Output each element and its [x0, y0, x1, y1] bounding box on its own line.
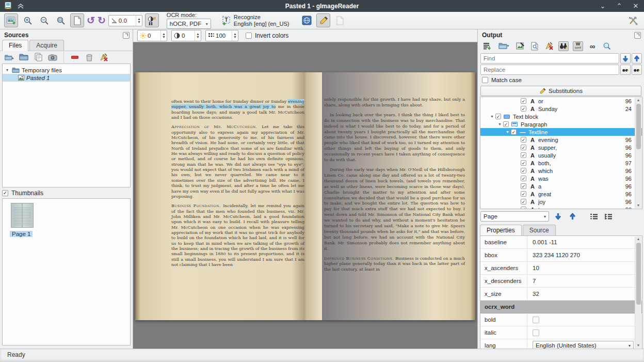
item-checkbox[interactable]: ✓: [521, 152, 526, 158]
save-output-button[interactable]: ▾: [496, 41, 511, 51]
paste-button[interactable]: [33, 52, 43, 62]
replace-all-button[interactable]: [632, 65, 642, 75]
hocr-tree-row[interactable]: ✓Aor96: [480, 97, 642, 105]
hocr-tree-row[interactable]: ✓Ajoy96: [480, 198, 642, 206]
substitutions-button[interactable]: Substitutions: [480, 86, 641, 96]
hocr-tree-row[interactable]: ✓ASunday24: [480, 105, 642, 113]
rotation-spinbox[interactable]: 0.0 ▲▼: [108, 15, 142, 26]
confidence-toggle-button[interactable]: W conf: [573, 41, 583, 51]
brightness-spin-arrows[interactable]: ▲▼: [160, 30, 166, 41]
item-checkbox[interactable]: ✓: [495, 114, 501, 119]
rotate-left-button[interactable]: ↺: [87, 15, 95, 25]
maximize-button[interactable]: ⌃: [615, 2, 623, 10]
output-pane-toggle-button[interactable]: [316, 13, 330, 27]
previous-item-button[interactable]: [567, 212, 578, 221]
hocr-tree-row[interactable]: ✓Awas96: [480, 175, 642, 182]
contrast-spin-arrows[interactable]: ▲▼: [195, 30, 200, 41]
expander-icon[interactable]: ▾: [5, 68, 10, 72]
open-hocr-button[interactable]: [482, 41, 492, 51]
hocr-tree-row[interactable]: ▾✓Paragraph: [480, 120, 642, 128]
settings-button[interactable]: [626, 13, 640, 27]
find-replace-toggle-button[interactable]: [558, 41, 569, 51]
tab-acquire[interactable]: Acquire: [29, 40, 64, 51]
ocr-mode-select[interactable]: hOCR, PDF ▾: [167, 19, 211, 29]
zoom-out-button[interactable]: [37, 13, 51, 27]
invert-colors-checkbox[interactable]: ✓: [246, 33, 252, 39]
language-menu-button[interactable]: [300, 13, 314, 27]
replace-input[interactable]: [480, 65, 619, 75]
item-checkbox[interactable]: ✓: [521, 176, 526, 181]
find-prev-button[interactable]: [632, 53, 642, 64]
delete-source-button[interactable]: [84, 52, 94, 62]
clear-output-button[interactable]: [544, 41, 554, 51]
hocr-tree-row[interactable]: ✓Aboth,97: [480, 159, 642, 167]
page-thumbnail[interactable]: [11, 203, 34, 228]
expander-icon[interactable]: ▾: [504, 130, 511, 134]
replace-button[interactable]: [620, 65, 631, 75]
hocr-tree-row[interactable]: ✓Aa96: [480, 182, 642, 190]
rotate-right-button[interactable]: ↻: [98, 15, 106, 25]
zoom-to-word-button[interactable]: [602, 41, 612, 51]
item-checkbox[interactable]: ✓: [521, 98, 526, 104]
hocr-tree-row[interactable]: ▾✓—Textline: [480, 128, 642, 136]
remove-source-button[interactable]: [70, 52, 80, 62]
minimize-button[interactable]: ⌄: [599, 2, 607, 10]
rotation-spin-arrows[interactable]: ▲▼: [136, 15, 141, 26]
match-case-checkbox[interactable]: ✓: [482, 77, 488, 83]
shade-button[interactable]: [17, 3, 24, 9]
find-input[interactable]: [480, 53, 619, 64]
item-checkbox[interactable]: ✓: [521, 191, 526, 197]
zoom-original-button[interactable]: [70, 13, 84, 27]
item-checkbox[interactable]: ✓: [521, 160, 526, 166]
image-canvas[interactable]: often went to their home for Sunday dinn…: [133, 42, 477, 349]
item-checkbox[interactable]: ✓: [521, 183, 526, 189]
detach-icon[interactable]: [123, 32, 130, 39]
bold-checkbox[interactable]: ✓: [533, 317, 539, 323]
sources-file-row[interactable]: Pasted 1: [3, 74, 130, 82]
detach-icon[interactable]: [634, 32, 641, 39]
resolution-spin-arrows[interactable]: ▲▼: [232, 30, 237, 41]
tab-source[interactable]: Source: [523, 225, 556, 235]
properties-scrollbar[interactable]: ▲ ▼: [635, 237, 641, 348]
screenshot-button[interactable]: [47, 52, 58, 62]
scanned-book-image[interactable]: often went to their home for Sunday dinn…: [135, 72, 475, 320]
zoom-in-button[interactable]: [21, 13, 35, 27]
hocr-tree-row[interactable]: ✓Agreat96: [480, 190, 642, 198]
new-document-button[interactable]: [333, 13, 347, 27]
close-button[interactable]: ✕: [632, 2, 640, 10]
expander-icon[interactable]: ▾: [489, 114, 495, 119]
expander-icon[interactable]: ▾: [496, 122, 503, 127]
hocr-tree-row[interactable]: ✓Ato96: [480, 206, 642, 209]
page-mode-select[interactable]: Page ▾: [480, 211, 549, 222]
item-checkbox[interactable]: ✓: [521, 199, 526, 204]
image-controls-toggle-button[interactable]: [145, 13, 159, 27]
preview-button[interactable]: [529, 41, 540, 51]
resolution-spinbox[interactable]: 100 ▲▼: [205, 30, 238, 41]
hocr-tree-row[interactable]: ✓Asupper,96: [480, 144, 642, 151]
next-item-button[interactable]: [552, 212, 564, 221]
hocr-tree-row[interactable]: ✓Aevening96: [480, 136, 642, 144]
tab-properties[interactable]: Properties: [480, 225, 522, 236]
item-checkbox[interactable]: ✓: [521, 137, 526, 143]
item-checkbox[interactable]: ✓: [521, 145, 526, 150]
hocr-tree-row[interactable]: ▾✓Text block: [480, 113, 642, 120]
recognize-button[interactable]: T Recognize English [eng] (en_US): [219, 13, 293, 28]
brightness-spinbox[interactable]: 0 ▲▼: [137, 30, 167, 41]
find-next-button[interactable]: [620, 53, 631, 64]
export-button[interactable]: [515, 41, 525, 51]
item-checkbox[interactable]: ✓: [511, 129, 517, 135]
hocr-tree-row[interactable]: ✓Ausually96: [480, 151, 642, 159]
sources-folder-row[interactable]: ▾ Temporary files: [3, 66, 130, 74]
open-folder-button[interactable]: [19, 52, 29, 62]
tab-files[interactable]: Files: [2, 40, 28, 51]
thumbnails-checkbox[interactable]: ✓: [2, 190, 8, 196]
item-checkbox[interactable]: ✓: [521, 207, 526, 209]
item-checkbox[interactable]: ✓: [521, 106, 526, 112]
tree-scrollbar[interactable]: ▲ ▼: [635, 98, 641, 208]
italic-checkbox[interactable]: ✓: [533, 329, 539, 336]
add-images-button[interactable]: [4, 52, 14, 62]
lang-select[interactable]: English (United States)▾: [533, 341, 634, 349]
item-checkbox[interactable]: ✓: [503, 121, 509, 127]
contrast-spinbox[interactable]: 0 ▲▼: [171, 30, 201, 41]
link-words-button[interactable]: ∞: [587, 41, 598, 51]
